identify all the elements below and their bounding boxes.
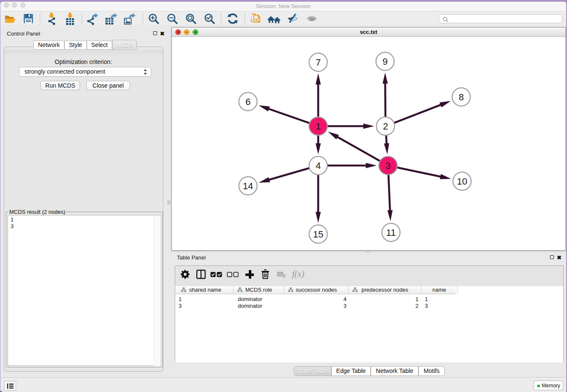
svg-text:1: 1 bbox=[316, 121, 321, 132]
svg-text:4: 4 bbox=[316, 160, 321, 171]
svg-text:6: 6 bbox=[245, 97, 250, 107]
svg-text:2: 2 bbox=[383, 121, 388, 132]
svg-text:14: 14 bbox=[243, 181, 253, 191]
svg-text:7: 7 bbox=[316, 57, 321, 68]
svg-text:10: 10 bbox=[457, 176, 467, 187]
svg-text:3: 3 bbox=[385, 160, 391, 171]
svg-text:15: 15 bbox=[313, 229, 323, 240]
svg-text:9: 9 bbox=[383, 56, 388, 67]
svg-text:8: 8 bbox=[459, 92, 464, 102]
svg-text:11: 11 bbox=[386, 227, 396, 238]
